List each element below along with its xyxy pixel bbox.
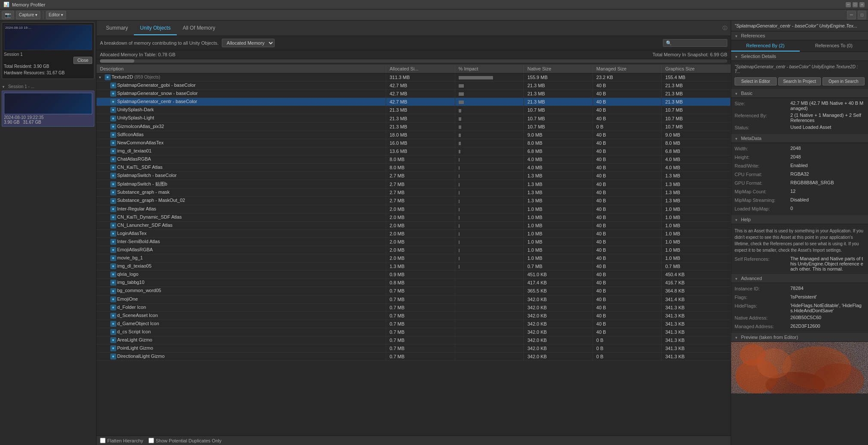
tab-all-of-memory[interactable]: All Of Memory [177, 21, 221, 35]
metadata-section-title[interactable]: MetaData [731, 134, 868, 143]
table-row[interactable]: ■PointLight Gizmo0.7 MB342.0 KB0 B341.3 … [97, 344, 731, 353]
table-row[interactable]: ■ChatAtlasRGBA8.0 MB4.0 MB40 B4.0 MB [97, 155, 731, 163]
tab-info-icon[interactable]: ⓘ [723, 25, 727, 31]
th-managed-size[interactable]: Managed Size [593, 64, 662, 73]
table-row[interactable]: ■UnitySplash-Dark21.3 MB10.7 MB40 B10.7 … [97, 106, 731, 114]
table-row[interactable]: ■EmojiAtlasRGBA2.0 MB1.0 MB40 B1.0 MB [97, 246, 731, 254]
ref-tab-referenced-by[interactable]: Referenced By (2) [731, 40, 800, 52]
table-row[interactable]: ■LoginAtlasTex2.0 MB1.0 MB40 B1.0 MB [97, 229, 731, 238]
preview-thumbnail: 2024-08-10 19:... [4, 24, 92, 50]
table-row[interactable]: ■d_Folder Icon0.7 MB342.0 KB40 B341.3 KB [97, 303, 731, 311]
row-name: SplatmapGenerator_centr - baseColor [117, 99, 197, 104]
table-row[interactable]: ■img_tabbg100.8 MB417.4 KB40 B416.7 KB [97, 279, 731, 287]
table-row[interactable]: ■movie_bg_12.0 MB1.0 MB40 B1.0 MB [97, 254, 731, 262]
flatten-hierarchy-checkbox[interactable]: Flatten Hierarchy [100, 438, 143, 443]
table-row[interactable]: ■SplatmapSwitch - 贴图b2.7 MB1.3 MB40 B1.3… [97, 180, 731, 189]
table-row[interactable]: ■SplatmapGenerator_gobi - baseColor42.7 … [97, 82, 731, 90]
selection-details-section-title[interactable]: Selection Details [731, 52, 868, 61]
minimize-button[interactable]: ─ [846, 2, 851, 7]
show-duplicates-checkbox[interactable]: Show Potential Duplicates Only [148, 438, 221, 443]
size-row: Size: 42.7 MB (42.7 MB Native + 40 B Man… [731, 100, 868, 112]
table-cell-alloc-size: 2.0 MB [386, 229, 455, 238]
table-row[interactable]: ■CN_Lanuncher_SDF Atlas2.0 MB1.0 MB40 B1… [97, 221, 731, 229]
th-graphics-size[interactable]: Graphics Size [662, 64, 731, 73]
table-cell-percent [455, 172, 524, 180]
svg-point-3 [783, 346, 851, 389]
window-minimize-button[interactable]: ─ [847, 11, 856, 19]
help-section-title[interactable]: Help [731, 215, 868, 224]
maximize-button[interactable]: □ [853, 2, 858, 7]
table-row[interactable]: ■bg_common_word050.7 MB365.5 KB40 B364.8… [97, 287, 731, 295]
table-row[interactable]: ■SplatmapGenerator_centr - baseColor42.7… [97, 98, 731, 106]
section-expand-icon [2, 84, 5, 89]
th-description[interactable]: Description [97, 64, 386, 73]
table-row[interactable]: ■d_SceneAsset Icon0.7 MB342.0 KB40 B341.… [97, 311, 731, 320]
table-cell-native-size: 1.0 MB [524, 254, 593, 262]
table-row[interactable]: ■img_dl_texiao051.3 MB0.7 MB40 B0.7 MB [97, 262, 731, 271]
th-percent-impact[interactable]: % Impact [455, 64, 524, 73]
table-row[interactable]: ■Inter-SemiBold Atlas2.0 MB1.0 MB40 B1.0… [97, 238, 731, 246]
scroll-track[interactable] [100, 59, 727, 63]
table-cell-description: ■EmojiOne [97, 295, 386, 303]
table-row[interactable]: ■SdfIconAtlas18.0 MB9.0 MB40 B9.0 MB [97, 131, 731, 139]
table-row[interactable]: ■Texture2D (959 Objects)311.3 MB155.9 MB… [97, 73, 731, 82]
table-row[interactable]: ■SplatmapGenerator_snow - baseColor42.7 … [97, 90, 731, 98]
basic-section-title[interactable]: Basic [731, 89, 868, 98]
tab-unity-objects[interactable]: Unity Objects [134, 21, 176, 35]
row-expand-icon[interactable] [98, 74, 103, 79]
open-in-search-button[interactable]: Open in Search [823, 77, 865, 85]
preview-section-title[interactable]: Preview (taken from Editor) [731, 333, 868, 342]
table-row[interactable]: ■img_dl_texiao0113.6 MB6.8 MB40 B6.8 MB [97, 147, 731, 155]
window-maximize-button[interactable]: □ [858, 11, 866, 19]
table-row[interactable]: ■d_GameObject Icon0.7 MB342.0 KB40 B341.… [97, 320, 731, 328]
session-section-header[interactable]: Session 1 - ... [2, 84, 94, 89]
search-input[interactable] [663, 39, 727, 47]
editor-button[interactable]: Editor ▾ [46, 11, 66, 19]
row-texture-icon: ■ [110, 206, 116, 212]
table-row[interactable]: ■CN_KaiTL_SDF Atlas8.0 MB4.0 MB40 B4.0 M… [97, 164, 731, 172]
scroll-thumb[interactable] [100, 59, 134, 63]
table-cell-managed-size: 40 B [593, 254, 662, 262]
table-row[interactable]: ■qlxia_logo0.9 MB451.0 KB40 B450.4 KB [97, 271, 731, 279]
snapshot-icon[interactable]: 📷 [2, 11, 14, 19]
flatten-checkbox-input[interactable] [100, 438, 106, 443]
table-row[interactable]: ■CN_KaiTi_Dynamic_SDF Atlas2.0 MB1.0 MB4… [97, 213, 731, 221]
references-section-title[interactable]: References [731, 31, 868, 40]
close-session-button[interactable]: Close [73, 57, 92, 64]
svg-point-6 [813, 363, 864, 393]
table-cell-percent [455, 213, 524, 221]
capture-button[interactable]: Capture ▾ [16, 11, 40, 19]
table-row[interactable]: ■Substance_graph - MaskOut_022.7 MB1.3 M… [97, 197, 731, 205]
table-cell-description: ■Inter-Regular Atlas [97, 205, 386, 213]
close-button[interactable]: × [859, 2, 865, 7]
table-cell-graphics-size: 10.7 MB [662, 114, 731, 122]
table-cell-native-size: 1.0 MB [524, 246, 593, 254]
table-container[interactable]: Description Allocated Si... % Impact Nat… [97, 64, 731, 436]
tab-summary[interactable]: Summary [100, 21, 134, 35]
th-native-size[interactable]: Native Size [524, 64, 593, 73]
ref-tab-references-to[interactable]: References To (0) [800, 40, 868, 52]
percent-bar [459, 200, 460, 203]
table-row[interactable]: ■EmojiOne0.7 MB342.0 KB40 B341.4 KB [97, 295, 731, 303]
table-row[interactable]: ■d_cs Script Icon0.7 MB342.0 KB40 B341.3… [97, 328, 731, 336]
table-row[interactable]: ■Inter-Regular Atlas2.0 MB1.0 MB40 B1.0 … [97, 205, 731, 213]
svg-point-7 [740, 344, 765, 366]
filter-select[interactable]: Allocated Memory [222, 39, 275, 47]
height-row: Height: 2048 [731, 153, 868, 162]
table-row[interactable]: ■Substance_graph - mask2.7 MB1.3 MB40 B1… [97, 189, 731, 197]
table-cell-graphics-size: 341.3 KB [662, 353, 731, 361]
advanced-section-title[interactable]: Advanced [731, 274, 868, 283]
duplicates-checkbox-input[interactable] [148, 438, 154, 443]
table-row[interactable]: ■SplatmapSwitch - baseColor2.7 MB1.3 MB4… [97, 172, 731, 180]
table-row[interactable]: ■DirectionalLight Gizmo0.7 MB342.0 KB0 B… [97, 353, 731, 361]
search-in-project-button[interactable]: Search In Project [778, 77, 820, 85]
stats-right: Total Memory In Snapshot: 6.99 GB [653, 52, 727, 57]
table-row[interactable]: ■AreaLight Gizmo0.7 MB342.0 KB0 B341.3 K… [97, 336, 731, 344]
table-row[interactable]: ■UnitySplash-Light21.3 MB10.7 MB40 B10.7… [97, 114, 731, 122]
table-row[interactable]: ■NewCommonAtlasTex16.0 MB8.0 MB40 B8.0 M… [97, 139, 731, 147]
th-allocated-size[interactable]: Allocated Si... [386, 64, 455, 73]
session-item[interactable]: 2024-08-10 19:22:35 3.90 GB 31.67 GB [2, 91, 94, 127]
table-cell-description: ■UnitySplash-Light [97, 114, 386, 122]
table-row[interactable]: ■GizmoIconAtlas_pix3221.3 MB10.7 MB0 B10… [97, 122, 731, 131]
select-in-editor-button[interactable]: Select in Editor [735, 77, 777, 85]
